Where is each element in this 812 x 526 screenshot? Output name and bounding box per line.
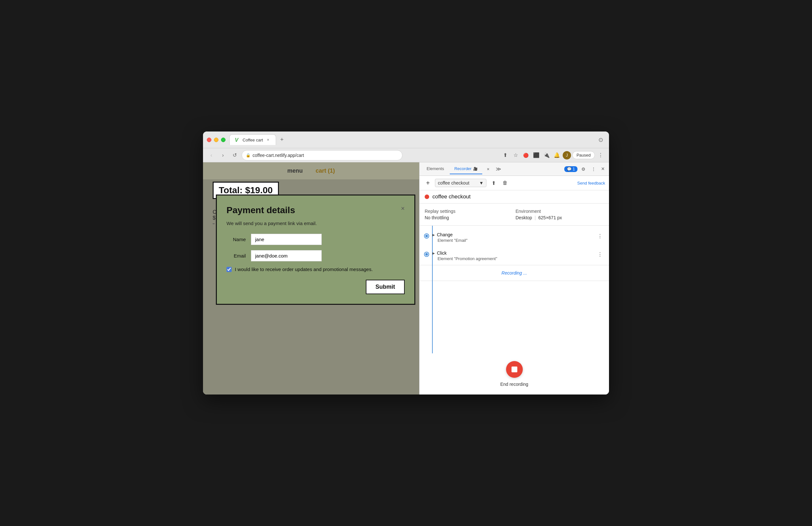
tab-recorder[interactable]: Recorder 🎥 <box>450 164 482 174</box>
email-input[interactable] <box>251 250 322 261</box>
name-input[interactable] <box>251 234 322 245</box>
environment-label: Environment <box>516 209 604 214</box>
recorder-tab-label: Recorder <box>454 166 471 171</box>
recorder-icon: 🎥 <box>473 167 478 171</box>
recording-title: coffee checkout <box>420 190 609 204</box>
window-settings-icon[interactable]: ⊙ <box>596 135 605 144</box>
modal-header: Payment details × <box>227 205 405 215</box>
stop-recording-button[interactable] <box>506 361 523 378</box>
replay-settings: Replay settings No throttling Environmen… <box>420 204 609 226</box>
tab-bar: V Coffee cart × + <box>229 134 592 145</box>
minimize-window-button[interactable] <box>214 138 218 142</box>
title-bar: V Coffee cart × + ⊙ <box>203 132 609 148</box>
end-recording-label: End recording <box>500 382 528 387</box>
extension-icon-1[interactable]: 🔴 <box>522 151 531 160</box>
browser-tab[interactable]: V Coffee cart × <box>229 134 276 145</box>
extension-icon-2[interactable]: ⬛ <box>532 151 541 160</box>
email-label: Email <box>227 253 246 258</box>
extension-icon-3[interactable]: 🔌 <box>542 151 551 160</box>
name-label: Name <box>227 237 246 242</box>
name-field-row: Name <box>227 234 405 245</box>
step-menu-click[interactable]: ⋮ <box>596 251 604 258</box>
step-element-click: Element "Promotion agreement" <box>432 256 592 261</box>
step-type-change: Change <box>437 232 453 237</box>
add-step-button[interactable]: + <box>423 178 432 187</box>
extension-icon-4[interactable]: 🔔 <box>552 151 561 160</box>
nav-menu-item[interactable]: menu <box>287 167 303 174</box>
recording-selector-name: coffee checkout <box>438 180 469 185</box>
devtools-more-icon[interactable]: ⋮ <box>589 165 598 174</box>
tab-elements[interactable]: Elements <box>422 164 448 174</box>
env-separator: | <box>535 215 536 220</box>
browser-window: V Coffee cart × + ⊙ ‹ › ↺ 🔒 coffee-cart.… <box>203 132 609 394</box>
recording-selector[interactable]: coffee checkout ▼ <box>435 179 487 187</box>
env-type: Desktop <box>516 215 532 220</box>
step-menu-change[interactable]: ⋮ <box>596 232 604 240</box>
user-avatar[interactable]: J <box>563 151 571 160</box>
page-navigation: menu cart (1) <box>203 162 419 179</box>
modal-close-button[interactable]: × <box>401 205 405 212</box>
steps-area: ▶ Change Element "Email" ⋮ ▶ <box>420 226 609 354</box>
url-text: coffee-cart.netlify.app/cart <box>252 153 304 158</box>
url-lock-icon: 🔒 <box>246 153 251 157</box>
tab-title: Coffee cart <box>243 138 263 142</box>
throttling-value: No throttling <box>425 215 513 220</box>
promotion-label: I would like to receive order updates an… <box>235 267 373 272</box>
env-dimensions: 625×671 px <box>538 215 562 220</box>
export-button[interactable]: ⬆ <box>489 178 498 187</box>
step-header-click[interactable]: ▶ Click <box>432 251 592 256</box>
tab-close-button[interactable]: × <box>265 137 271 142</box>
environment-value: Desktop | 625×671 px <box>516 215 604 220</box>
promotion-checkbox-row: I would like to receive order updates an… <box>227 267 405 272</box>
back-button[interactable]: ‹ <box>207 151 216 160</box>
reload-button[interactable]: ↺ <box>230 151 239 160</box>
traffic-lights <box>207 138 226 142</box>
modal-subtitle: We will send you a payment link via emai… <box>227 221 405 226</box>
new-tab-button[interactable]: + <box>277 135 286 144</box>
devtools-settings-icon[interactable]: ⚙ <box>579 165 588 174</box>
step-dot-change <box>425 234 429 238</box>
recording-title-name: coffee checkout <box>432 194 471 200</box>
end-recording-area: End recording <box>420 354 609 394</box>
recording-status: Recording ... <box>420 265 609 281</box>
promotion-checkbox[interactable] <box>227 267 232 272</box>
elements-tab-label: Elements <box>426 166 444 171</box>
close-window-button[interactable] <box>207 138 212 142</box>
payment-modal: Payment details × We will send you a pay… <box>216 195 415 305</box>
more-options-icon[interactable]: ⋮ <box>596 151 605 160</box>
submit-area: Submit <box>227 280 405 294</box>
step-chevron-change: ▶ <box>432 233 435 237</box>
delete-button[interactable]: 🗑 <box>501 178 510 187</box>
submit-button[interactable]: Submit <box>366 280 405 294</box>
send-feedback-link[interactable]: Send feedback <box>577 181 605 185</box>
devtools-close-button[interactable]: × <box>599 166 606 172</box>
forward-button[interactable]: › <box>218 151 228 160</box>
devtools-panel: Elements Recorder 🎥 × ≫ 💬 1 ⚙ ⋮ × + <box>419 162 609 394</box>
maximize-window-button[interactable] <box>221 138 226 142</box>
close-recorder-tab-button[interactable]: × <box>483 165 493 174</box>
browser-actions: ⬆ ☆ 🔴 ⬛ 🔌 🔔 J Paused ⋮ <box>501 151 605 160</box>
step-content-click: ▶ Click Element "Promotion agreement" <box>432 251 592 261</box>
step-click: ▶ Click Element "Promotion agreement" ⋮ <box>420 246 609 265</box>
paused-button[interactable]: Paused <box>572 151 595 159</box>
paused-label: Paused <box>577 153 591 157</box>
step-type-click: Click <box>437 251 447 256</box>
address-input[interactable]: 🔒 coffee-cart.netlify.app/cart <box>242 150 403 161</box>
email-field-row: Email <box>227 250 405 261</box>
step-content-change: ▶ Change Element "Email" <box>432 232 592 243</box>
devtools-actions: 💬 1 ⚙ ⋮ × <box>564 165 606 174</box>
bookmark-icon[interactable]: ☆ <box>511 151 520 160</box>
more-tabs-button[interactable]: ≫ <box>494 165 503 174</box>
tab-favicon-icon: V <box>235 137 240 142</box>
recorder-toolbar: + coffee checkout ▼ ⬆ 🗑 Send feedback <box>420 176 609 190</box>
dropdown-icon: ▼ <box>479 180 483 185</box>
stop-icon <box>511 366 517 372</box>
share-icon[interactable]: ⬆ <box>501 151 510 160</box>
webpage: menu cart (1) Total: $19.00 Ca... $1... … <box>203 162 419 394</box>
step-dot-click <box>425 252 429 256</box>
chat-badge[interactable]: 💬 1 <box>564 166 578 172</box>
nav-cart-item[interactable]: cart (1) <box>316 167 335 174</box>
modal-title: Payment details <box>227 205 295 215</box>
step-element-change: Element "Email" <box>432 238 592 243</box>
step-header-change[interactable]: ▶ Change <box>432 232 592 237</box>
